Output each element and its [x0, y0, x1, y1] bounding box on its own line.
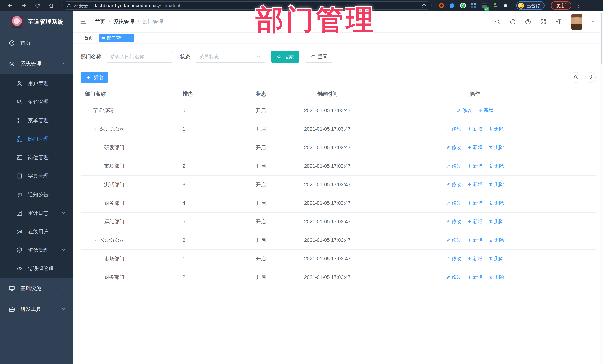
sidebar-item-notice[interactable]: 通知公告 — [0, 185, 73, 204]
hamburger-icon[interactable] — [80, 18, 87, 26]
help-icon[interactable] — [525, 19, 531, 25]
close-icon[interactable] — [126, 36, 130, 40]
table-row[interactable]: 深圳总公司1开启2021-01-05 17:03:47修改新增删除 — [81, 120, 596, 138]
table-row[interactable]: 测试部门3开启2021-01-05 17:03:47修改新增删除 — [81, 175, 596, 194]
status-select[interactable]: 菜单状态 — [195, 51, 266, 63]
reset-button[interactable]: 重置 — [305, 51, 333, 63]
sidebar-item-dev-tools[interactable]: 研发工具 — [0, 299, 73, 320]
caret-down-icon[interactable] — [591, 20, 596, 24]
star-icon[interactable] — [421, 2, 427, 9]
row-action-delete[interactable]: 删除 — [488, 255, 504, 262]
sidebar-item-home[interactable]: 首页 — [0, 33, 73, 53]
app-logo[interactable]: 芋道管理系统 — [0, 11, 73, 33]
row-action-edit[interactable]: 修改 — [446, 126, 461, 132]
expand-caret-icon[interactable] — [93, 238, 98, 243]
extension-target-icon[interactable] — [438, 2, 445, 9]
row-action-add[interactable]: 新增 — [467, 274, 483, 280]
sidebar-item-role[interactable]: 角色管理 — [0, 93, 73, 111]
address-bar[interactable]: 不安全 dashboard.yudao.iocoder.cn/system/de… — [62, 1, 431, 10]
sidebar-item-menu[interactable]: 菜单管理 — [0, 111, 73, 130]
row-action-edit[interactable]: 修改 — [446, 218, 461, 225]
github-icon[interactable] — [510, 19, 516, 25]
row-action-delete[interactable]: 删除 — [488, 200, 504, 206]
add-button[interactable]: 新增 — [81, 72, 108, 83]
row-action-add[interactable]: 新增 — [467, 255, 483, 262]
row-action-add[interactable]: 新增 — [467, 200, 483, 206]
home-icon[interactable] — [48, 2, 55, 9]
table-row[interactable]: 财务部门2开启2021-01-05 17:03:47修改新增删除 — [81, 268, 596, 287]
sidebar-item-audit-log[interactable]: 审计日志 — [0, 204, 73, 222]
sidebar-item-post[interactable]: 岗位管理 — [0, 148, 73, 167]
fullscreen-icon[interactable] — [540, 19, 547, 25]
row-action-edit[interactable]: 修改 — [446, 255, 461, 262]
browser-update-button[interactable]: 更新 — [551, 1, 571, 10]
announcement-icon — [16, 191, 23, 198]
sidebar-item-error-code[interactable]: 错误码管理 — [0, 259, 73, 278]
table-row[interactable]: 运维部门5开启2021-01-05 17:03:47修改新增删除 — [81, 212, 596, 231]
row-action-add[interactable]: 新增 — [467, 181, 483, 188]
browser-menu-icon[interactable] — [575, 2, 582, 9]
row-action-add[interactable]: 新增 — [478, 107, 493, 114]
sidebar-item-infra[interactable]: 基础设施 — [0, 278, 73, 299]
sidebar-item-dict[interactable]: 字典管理 — [0, 167, 73, 185]
row-action-edit[interactable]: 修改 — [446, 144, 461, 151]
row-action-add[interactable]: 新增 — [467, 163, 483, 169]
row-action-add[interactable]: 新增 — [467, 144, 483, 151]
table-row[interactable]: 市场部门2开启2021-01-05 17:03:47修改新增删除 — [81, 157, 596, 175]
extension-check-icon[interactable] — [460, 2, 466, 9]
extension-drop-icon[interactable] — [449, 2, 455, 9]
row-action-edit[interactable]: 修改 — [446, 163, 461, 169]
font-size-icon[interactable] — [555, 19, 562, 25]
row-action-delete[interactable]: 删除 — [488, 274, 504, 280]
table-row[interactable]: 市场部门1开启2021-01-05 17:03:47修改新增删除 — [81, 249, 596, 268]
expand-caret-icon[interactable] — [93, 127, 98, 132]
sidebar-item-online-user[interactable]: 在线用户 — [0, 222, 73, 241]
refresh-table-button[interactable] — [585, 72, 596, 83]
row-action-delete[interactable]: 删除 — [488, 144, 504, 151]
sidebar-item-user[interactable]: 用户管理 — [0, 74, 73, 93]
extensions-puzzle-icon[interactable] — [503, 2, 509, 9]
row-action-edit[interactable]: 修改 — [457, 107, 472, 114]
row-action-delete[interactable]: 删除 — [488, 163, 504, 169]
row-action-delete[interactable]: 删除 — [488, 181, 504, 188]
sidebar-item-system[interactable]: 系统管理 — [0, 53, 73, 74]
row-action-edit[interactable]: 修改 — [446, 181, 461, 188]
row-action-edit[interactable]: 修改 — [446, 200, 461, 206]
row-action-edit[interactable]: 修改 — [446, 274, 461, 280]
breadcrumb-item[interactable]: 系统管理 — [114, 18, 134, 25]
search-button[interactable]: 搜索 — [271, 51, 300, 63]
tag-home[interactable]: 首页 — [81, 34, 96, 42]
table-row[interactable]: 长沙分公司2开启2021-01-05 17:03:47修改新增删除 — [81, 231, 596, 249]
breadcrumb-item[interactable]: 首页 — [95, 18, 105, 25]
scrollbar-thumb[interactable] — [601, 13, 603, 65]
url-host: dashboard.yudao.iocoder.cn — [93, 3, 154, 8]
extension-grid-icon[interactable] — [471, 2, 477, 9]
extension-list-icon[interactable]: on — [481, 2, 487, 9]
extension-person-icon[interactable] — [492, 2, 498, 9]
dept-name-input[interactable]: 请输入部门名称 — [106, 51, 173, 63]
toggle-search-button[interactable] — [571, 72, 581, 83]
expand-caret-icon[interactable] — [86, 108, 91, 113]
row-action-delete[interactable]: 删除 — [488, 218, 504, 225]
table-row[interactable]: 研发部门1开启2021-01-05 17:03:47修改新增删除 — [81, 138, 596, 157]
sidebar-item-sms[interactable]: 短信管理 — [0, 241, 73, 259]
reload-icon[interactable] — [34, 2, 41, 9]
avatar[interactable] — [571, 14, 582, 30]
search-icon[interactable] — [494, 19, 501, 25]
tag-dept[interactable]: 部门管理 — [99, 34, 134, 42]
table-row[interactable]: 芋道源码0开启2021-01-05 17:03:47修改新增 — [81, 101, 596, 120]
row-action-delete[interactable]: 删除 — [488, 126, 504, 132]
sidebar-item-dept[interactable]: 部门管理 — [0, 130, 73, 148]
row-action-add[interactable]: 新增 — [467, 126, 483, 132]
row-action-delete[interactable]: 删除 — [488, 237, 504, 243]
scrollbar[interactable] — [600, 11, 603, 364]
table-row[interactable]: 财务部门4开启2021-01-05 17:03:47修改新增删除 — [81, 194, 596, 212]
row-action-add[interactable]: 新增 — [467, 237, 483, 243]
sidebar-item-label: 系统管理 — [20, 60, 41, 67]
forward-arrow-icon[interactable] — [20, 2, 27, 9]
row-action-edit[interactable]: 修改 — [446, 237, 461, 243]
back-arrow-icon[interactable] — [7, 2, 13, 9]
trash-icon — [488, 219, 493, 224]
profile-paused-badge[interactable]: 已暂停 — [516, 1, 545, 10]
row-action-add[interactable]: 新增 — [467, 218, 483, 225]
